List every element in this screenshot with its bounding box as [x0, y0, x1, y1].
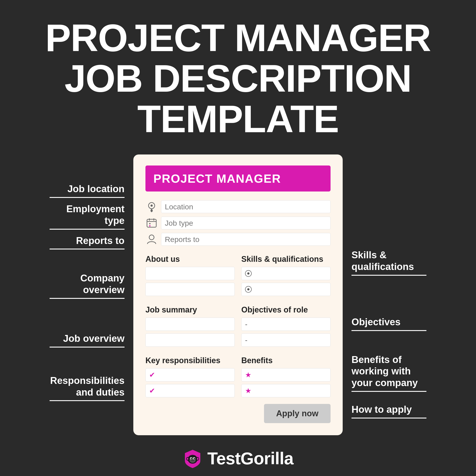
svg-point-16: [193, 460, 194, 461]
calendar-icon: [145, 217, 158, 229]
left-divider-6: [50, 400, 124, 401]
job-type-field[interactable]: Job type: [161, 217, 331, 229]
skills-field-1[interactable]: [241, 267, 331, 280]
left-label-responsibilities: Responsibilities and duties: [50, 375, 124, 398]
right-divider-4: [352, 418, 426, 419]
right-label-benefits: Benefits of working with your company: [352, 354, 418, 389]
content-area: Job location Employment type Reports to …: [13, 154, 463, 435]
right-label-how-to-apply: How to apply: [352, 404, 412, 415]
about-us-col: About us: [145, 255, 235, 299]
apply-now-button[interactable]: Apply now: [264, 404, 331, 423]
job-summary-label: Job summary: [145, 305, 235, 314]
left-labels: Job location Employment type Reports to …: [50, 154, 133, 406]
info-rows: Location: [145, 200, 331, 246]
responsibilities-label: Key responsibilities: [145, 356, 235, 365]
objectives-field-1[interactable]: -: [241, 318, 331, 331]
left-divider-4: [50, 298, 124, 299]
about-us-field-1[interactable]: [145, 267, 235, 280]
svg-point-8: [149, 235, 154, 240]
left-divider-5: [50, 347, 124, 348]
skills-col: Skills & qualifications: [241, 255, 331, 299]
right-label-objectives: Objectives: [352, 316, 401, 328]
left-label-company-overview: Company overview: [50, 272, 124, 296]
benefits-label: Benefits: [241, 356, 331, 365]
left-divider-2: [50, 229, 124, 230]
check-icon-1: ✔: [149, 371, 155, 379]
testgorilla-logo: TestGorilla: [183, 448, 293, 469]
resp-field-2[interactable]: ✔: [145, 384, 235, 397]
location-icon: [145, 201, 158, 213]
about-us-field-2[interactable]: [145, 283, 235, 296]
job-type-row: Job type: [145, 217, 331, 229]
person-icon: [145, 233, 158, 245]
brand-name: TestGorilla: [207, 448, 293, 469]
bullet-circle-2: [245, 286, 252, 293]
two-col-about-skills: About us Skills & qualifications: [145, 255, 331, 299]
reports-to-field[interactable]: Reports to: [161, 233, 331, 246]
svg-point-19: [187, 458, 188, 460]
about-us-label: About us: [145, 255, 235, 264]
location-row: Location: [145, 200, 331, 213]
job-summary-field-2[interactable]: [145, 333, 235, 347]
right-divider-1: [352, 275, 426, 276]
objectives-label: Objectives of role: [241, 305, 331, 314]
job-description-card: PROJECT MANAGER Location: [133, 154, 343, 435]
star-icon-2: ★: [245, 387, 252, 395]
resp-field-1[interactable]: ✔: [145, 368, 235, 381]
left-label-job-location: Job location: [68, 183, 124, 195]
svg-point-1: [151, 204, 153, 207]
gorilla-icon: [183, 449, 203, 469]
apply-button-row: Apply now: [145, 404, 331, 423]
card-header: PROJECT MANAGER: [145, 166, 331, 191]
page-wrapper: PROJECT MANAGER JOB DESCRIPTION TEMPLATE…: [0, 0, 476, 476]
svg-rect-2: [147, 219, 156, 227]
location-field[interactable]: Location: [161, 200, 331, 213]
title-section: PROJECT MANAGER JOB DESCRIPTION TEMPLATE: [13, 18, 463, 139]
svg-point-14: [194, 458, 195, 459]
left-divider-3: [50, 249, 124, 250]
left-divider-1: [50, 197, 124, 198]
benefits-field-1[interactable]: ★: [241, 368, 331, 381]
job-summary-col: Job summary: [145, 305, 235, 349]
left-label-job-overview: Job overview: [63, 333, 124, 344]
bullet-circle-1: [245, 270, 252, 277]
svg-point-15: [191, 460, 193, 461]
svg-point-6: [149, 223, 151, 224]
two-col-resp-benefits: Key responsibilities ✔ ✔ Benefits ★ ★: [145, 356, 331, 400]
right-divider-3: [352, 391, 426, 392]
two-col-summary-objectives: Job summary Objectives of role - -: [145, 305, 331, 349]
svg-point-7: [149, 225, 151, 226]
svg-point-20: [197, 458, 198, 460]
left-label-employment-type: Employment type: [50, 203, 124, 226]
reports-to-row: Reports to: [145, 233, 331, 246]
check-icon-2: ✔: [149, 387, 155, 395]
page-title: PROJECT MANAGER JOB DESCRIPTION TEMPLATE: [13, 18, 463, 139]
objectives-field-2[interactable]: -: [241, 333, 331, 347]
job-summary-field-1[interactable]: [145, 318, 235, 331]
responsibilities-col: Key responsibilities ✔ ✔: [145, 356, 235, 400]
footer: TestGorilla: [183, 448, 293, 469]
left-label-reports-to: Reports to: [76, 235, 124, 247]
objectives-col: Objectives of role - -: [241, 305, 331, 349]
right-divider-2: [352, 330, 426, 331]
right-label-skills: Skills & qualifications: [352, 249, 414, 272]
star-icon-1: ★: [245, 371, 252, 379]
right-labels: Skills & qualifications Objectives Benef…: [343, 154, 426, 424]
skills-field-2[interactable]: [241, 283, 331, 296]
benefits-field-2[interactable]: ★: [241, 384, 331, 397]
skills-label: Skills & qualifications: [241, 255, 331, 264]
svg-point-13: [191, 458, 192, 459]
card-title: PROJECT MANAGER: [153, 172, 281, 185]
benefits-col: Benefits ★ ★: [241, 356, 331, 400]
